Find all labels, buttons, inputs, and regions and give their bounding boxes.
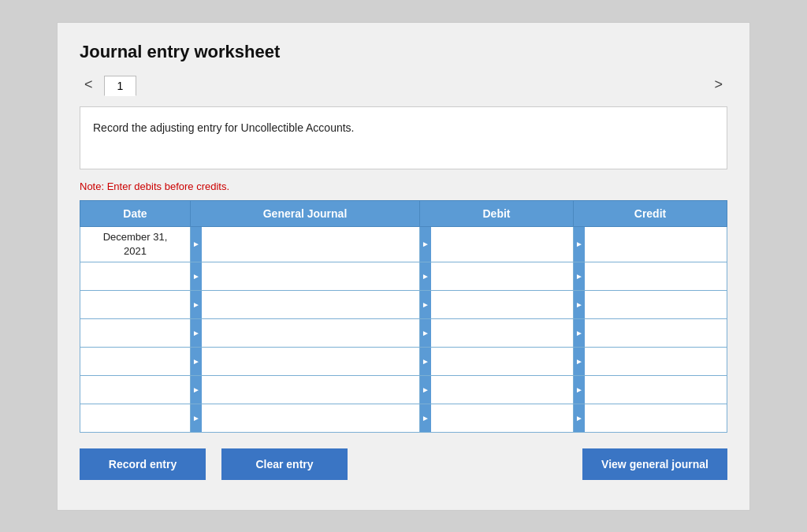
debit-input-5[interactable] (431, 348, 573, 375)
col-header-general-journal: General Journal (191, 200, 420, 226)
credit-input-5[interactable] (585, 348, 727, 375)
cell-arrow-icon: ► (191, 319, 202, 347)
debit-cell-2[interactable]: ► (420, 262, 574, 290)
debit-cell-7[interactable]: ► (420, 404, 574, 432)
general-journal-input-3[interactable] (202, 291, 419, 318)
table-row: ► ► ► (80, 290, 727, 318)
general-journal-cell-1[interactable]: ► (191, 226, 420, 262)
date-cell-7 (80, 404, 191, 432)
debit-cell-6[interactable]: ► (420, 375, 574, 404)
cell-arrow-icon: ► (420, 262, 431, 290)
cell-arrow-icon: ► (420, 348, 431, 375)
table-row: ► ► ► (80, 347, 727, 375)
page-title: Journal entry worksheet (80, 42, 727, 62)
credit-input-2[interactable] (585, 262, 727, 290)
credit-cell-2[interactable]: ► (574, 262, 727, 290)
cell-arrow-icon: ► (574, 348, 585, 375)
date-cell-3 (80, 290, 191, 318)
cell-arrow-icon: ► (191, 404, 202, 432)
buttons-row: Record entry Clear entry View general jo… (80, 448, 727, 480)
debit-input-2[interactable] (431, 262, 573, 290)
table-row: December 31,2021 ► ► ► (80, 226, 727, 262)
general-journal-cell-2[interactable]: ► (191, 262, 420, 290)
date-cell-4 (80, 318, 191, 347)
debit-input-3[interactable] (431, 291, 573, 318)
credit-input-6[interactable] (585, 376, 727, 404)
credit-input-7[interactable] (585, 404, 727, 432)
cell-arrow-icon: ► (420, 319, 431, 347)
general-journal-input-7[interactable] (202, 404, 419, 432)
col-header-date: Date (80, 200, 191, 226)
table-row: ► ► ► (80, 375, 727, 404)
debit-cell-5[interactable]: ► (420, 347, 574, 375)
next-arrow[interactable]: > (709, 75, 727, 95)
general-journal-input-1[interactable] (202, 227, 419, 262)
general-journal-cell-6[interactable]: ► (191, 375, 420, 404)
table-row: ► ► ► (80, 262, 727, 290)
cell-arrow-icon: ► (191, 376, 202, 404)
cell-arrow-icon: ► (191, 227, 202, 262)
record-entry-button[interactable]: Record entry (80, 448, 206, 480)
date-cell: December 31,2021 (80, 226, 191, 262)
date-value: December 31,2021 (87, 230, 184, 259)
cell-arrow-icon: ► (420, 404, 431, 432)
table-row: ► ► ► (80, 404, 727, 432)
general-journal-cell-7[interactable]: ► (191, 404, 420, 432)
general-journal-input-5[interactable] (202, 348, 419, 375)
col-header-credit: Credit (574, 200, 727, 226)
general-journal-cell-3[interactable]: ► (191, 290, 420, 318)
general-journal-input-6[interactable] (202, 376, 419, 404)
credit-input-1[interactable] (585, 227, 727, 262)
date-cell-2 (80, 262, 191, 290)
cell-arrow-icon: ► (191, 291, 202, 318)
credit-cell-1[interactable]: ► (574, 226, 727, 262)
general-journal-cell-4[interactable]: ► (191, 318, 420, 347)
cell-arrow-icon: ► (574, 291, 585, 318)
debit-cell-4[interactable]: ► (420, 318, 574, 347)
debit-input-6[interactable] (431, 376, 573, 404)
cell-arrow-icon: ► (574, 319, 585, 347)
col-header-debit: Debit (420, 200, 574, 226)
credit-cell-7[interactable]: ► (574, 404, 727, 432)
cell-arrow-icon: ► (574, 376, 585, 404)
tab-1[interactable]: 1 (104, 76, 137, 96)
cell-arrow-icon: ► (574, 227, 585, 262)
general-journal-input-4[interactable] (202, 319, 419, 347)
prev-arrow[interactable]: < (80, 75, 98, 95)
cell-arrow-icon: ► (191, 262, 202, 290)
table-row: ► ► ► (80, 318, 727, 347)
debit-input-4[interactable] (431, 319, 573, 347)
note-text: Note: Enter debits before credits. (80, 180, 727, 192)
cell-arrow-icon: ► (420, 227, 431, 262)
cell-arrow-icon: ► (574, 262, 585, 290)
credit-input-4[interactable] (585, 319, 727, 347)
credit-cell-6[interactable]: ► (574, 375, 727, 404)
debit-input-1[interactable] (431, 227, 573, 262)
cell-arrow-icon: ► (574, 404, 585, 432)
credit-cell-3[interactable]: ► (574, 290, 727, 318)
credit-cell-5[interactable]: ► (574, 347, 727, 375)
debit-cell-1[interactable]: ► (420, 226, 574, 262)
general-journal-cell-5[interactable]: ► (191, 347, 420, 375)
debit-input-7[interactable] (431, 404, 573, 432)
debit-cell-3[interactable]: ► (420, 290, 574, 318)
cell-arrow-icon: ► (191, 348, 202, 375)
clear-entry-button[interactable]: Clear entry (221, 448, 348, 480)
cell-arrow-icon: ► (420, 376, 431, 404)
credit-input-3[interactable] (585, 291, 727, 318)
journal-table: Date General Journal Debit Credit Decemb… (80, 200, 727, 433)
date-cell-5 (80, 347, 191, 375)
credit-cell-4[interactable]: ► (574, 318, 727, 347)
instruction-text: Record the adjusting entry for Uncollect… (93, 121, 355, 134)
instruction-box: Record the adjusting entry for Uncollect… (80, 106, 727, 169)
date-cell-6 (80, 375, 191, 404)
tab-navigation: < 1 > (80, 75, 727, 95)
general-journal-input-2[interactable] (202, 262, 419, 290)
view-general-journal-button[interactable]: View general journal (582, 448, 727, 480)
cell-arrow-icon: ► (420, 291, 431, 318)
worksheet-container: Journal entry worksheet < 1 > Record the… (57, 22, 750, 511)
